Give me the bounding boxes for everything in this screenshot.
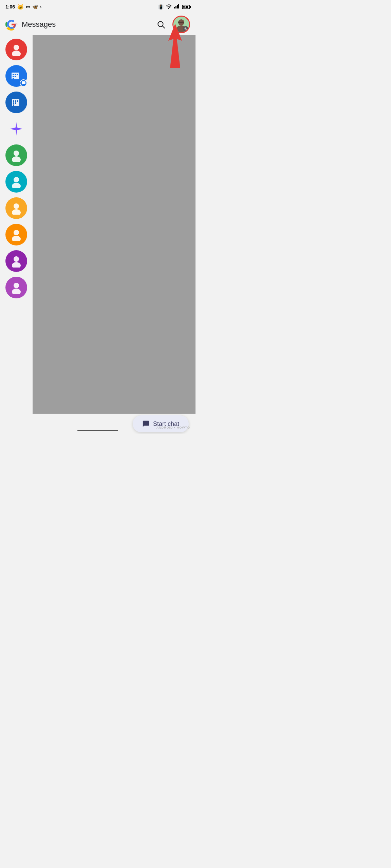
svg-point-34 bbox=[12, 183, 21, 188]
svg-point-39 bbox=[14, 256, 19, 262]
contact-avatar-2[interactable] bbox=[5, 65, 27, 87]
battery-percent: 45 bbox=[183, 5, 186, 8]
cat-icon: 🐱 bbox=[17, 4, 24, 10]
svg-rect-26 bbox=[15, 100, 16, 102]
svg-point-13 bbox=[185, 28, 186, 29]
svg-rect-21 bbox=[13, 76, 14, 77]
contact-avatar-8[interactable] bbox=[5, 224, 27, 245]
sparkle-icon bbox=[8, 121, 24, 137]
svg-rect-19 bbox=[15, 74, 16, 75]
battery-icon: 45 bbox=[182, 5, 190, 9]
settings-overlay bbox=[183, 26, 188, 32]
svg-rect-4 bbox=[178, 4, 179, 8]
svg-point-33 bbox=[14, 177, 19, 182]
svg-rect-27 bbox=[17, 100, 18, 102]
svg-point-41 bbox=[14, 283, 19, 288]
gear-icon bbox=[184, 27, 187, 31]
svg-rect-25 bbox=[13, 100, 14, 102]
start-chat-button[interactable]: Start chat bbox=[133, 415, 189, 432]
svg-rect-1 bbox=[174, 7, 175, 8]
tablet-icon: ▭ bbox=[26, 4, 30, 9]
chat-bubble-icon bbox=[21, 81, 26, 85]
contact-avatar-5[interactable] bbox=[5, 144, 27, 166]
search-button[interactable] bbox=[153, 17, 168, 32]
svg-rect-22 bbox=[15, 76, 16, 77]
svg-rect-10 bbox=[178, 22, 181, 23]
svg-rect-18 bbox=[13, 74, 14, 75]
main-content bbox=[0, 35, 196, 414]
status-icons: 📳 45 bbox=[158, 4, 190, 10]
time-display: 1:06 bbox=[5, 4, 15, 9]
terminal-icon: ›_ bbox=[40, 4, 44, 9]
vibrate-icon: 📳 bbox=[158, 4, 164, 9]
content-area bbox=[33, 35, 196, 414]
svg-point-42 bbox=[12, 289, 21, 294]
svg-rect-28 bbox=[13, 102, 14, 104]
home-indicator[interactable] bbox=[77, 430, 118, 431]
wifi-icon bbox=[166, 4, 172, 10]
avatar bbox=[173, 17, 189, 32]
google-logo bbox=[5, 18, 18, 31]
contact-avatar-7[interactable] bbox=[5, 197, 27, 219]
svg-rect-11 bbox=[181, 22, 184, 23]
contact-avatar-3[interactable] bbox=[5, 92, 27, 113]
svg-point-38 bbox=[12, 236, 21, 241]
contact-avatar-6[interactable] bbox=[5, 171, 27, 193]
signal-icon bbox=[174, 4, 180, 10]
svg-point-0 bbox=[168, 8, 169, 8]
contact-sidebar bbox=[0, 35, 33, 414]
profile-button[interactable] bbox=[172, 16, 190, 33]
contact-avatar-1[interactable] bbox=[5, 39, 27, 60]
person-icon-3 bbox=[10, 175, 23, 188]
contact-avatar-9[interactable] bbox=[5, 250, 27, 272]
chat-badge bbox=[20, 79, 27, 87]
svg-rect-30 bbox=[13, 104, 14, 106]
contact-avatar-10[interactable] bbox=[5, 277, 27, 298]
svg-rect-23 bbox=[13, 78, 14, 79]
contact-avatar-4[interactable] bbox=[5, 118, 27, 140]
svg-point-35 bbox=[14, 203, 19, 209]
chat-icon bbox=[142, 420, 150, 428]
svg-rect-29 bbox=[15, 102, 16, 104]
status-bar: 1:06 🐱 ▭ 🦋 ›_ 📳 bbox=[0, 0, 196, 14]
svg-point-31 bbox=[14, 151, 19, 156]
building-icon bbox=[10, 96, 22, 108]
svg-point-36 bbox=[12, 209, 21, 215]
person-icon-2 bbox=[10, 149, 23, 162]
search-icon bbox=[156, 20, 165, 29]
svg-point-15 bbox=[14, 45, 19, 50]
person-icon-1 bbox=[10, 43, 23, 56]
person-icon-6 bbox=[10, 255, 23, 268]
person-icon-5 bbox=[10, 228, 23, 241]
app-bar: Messages bbox=[0, 14, 196, 35]
svg-rect-20 bbox=[17, 74, 18, 75]
svg-point-40 bbox=[12, 262, 21, 268]
app-title: Messages bbox=[22, 20, 149, 29]
svg-point-37 bbox=[14, 230, 19, 235]
status-time-area: 1:06 🐱 ▭ 🦋 ›_ bbox=[5, 4, 44, 10]
svg-point-32 bbox=[12, 156, 21, 162]
svg-line-6 bbox=[163, 26, 165, 28]
svg-rect-2 bbox=[175, 6, 176, 8]
watermark: ANDROID • HOWTO bbox=[156, 426, 190, 429]
person-icon-4 bbox=[10, 202, 23, 215]
svg-point-16 bbox=[12, 51, 21, 56]
svg-rect-3 bbox=[177, 5, 178, 8]
person-icon-7 bbox=[10, 281, 23, 294]
butterfly-icon: 🦋 bbox=[32, 4, 38, 9]
